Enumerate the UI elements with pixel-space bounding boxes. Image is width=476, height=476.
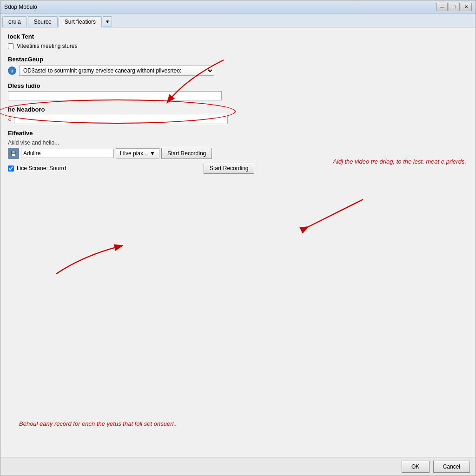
titlebar: Sdop Mobulo — □ ✕ [0, 0, 476, 13]
neadboro-icon: ○ [8, 116, 11, 123]
neadboro-label: he Neadboro [8, 106, 468, 113]
bestac-geup-dropdown-row: i OD3astel to sourminit gramy ervelse ca… [8, 66, 468, 76]
bestac-geup-section: BestacGeup i OD3astel to sourminit gramy… [8, 56, 468, 76]
arrow-to-checkbox [47, 241, 140, 278]
close-button[interactable]: ✕ [461, 3, 472, 11]
minimize-button[interactable]: — [436, 3, 448, 11]
bottom-annotation-text: Behoul eany record for encn the yetus th… [19, 419, 177, 429]
cancel-button[interactable]: Cancel [433, 461, 470, 473]
tab-source[interactable]: Source [28, 16, 58, 27]
right-annotation-text: Aidj the video tre driag, to the lest. m… [333, 158, 466, 166]
eifeative-title: Eifeative [8, 130, 468, 137]
restore-button[interactable]: □ [449, 3, 460, 11]
disk-icon: 💾 [8, 148, 19, 159]
lilve-piax-arrow: ▼ [150, 150, 155, 157]
adulire-input[interactable] [21, 149, 114, 158]
add-vise-label: Akld vise and helio... [8, 139, 468, 146]
tab-dropdown-button[interactable]: ▼ [103, 16, 112, 26]
viteetinis-label: Viteetinis meeting stures [17, 43, 78, 49]
viteetinis-checkbox[interactable] [8, 43, 14, 49]
lilve-piax-dropdown[interactable]: Lilve piax... ▼ [116, 148, 159, 159]
start-recording-button-1[interactable]: Start Recording [161, 148, 212, 159]
ok-button[interactable]: OK [402, 461, 430, 473]
neadboro-input[interactable] [14, 115, 228, 124]
titlebar-controls: — □ ✕ [436, 3, 472, 11]
main-window: Sdop Mobulo — □ ✕ eruia Source Surt fiea… [0, 0, 476, 476]
bestac-geup-title: BestacGeup [8, 56, 468, 63]
lilve-piax-label: Lilve piax... [120, 150, 148, 157]
bestac-geup-select[interactable]: OD3astel to sourminit gramy ervelse cane… [19, 66, 214, 76]
lice-scrane-label: Lice Scrane: Sourrd [17, 165, 66, 172]
dless-iudio-label: Dless Iudio [8, 82, 468, 89]
window-title: Sdop Mobulo [4, 4, 436, 10]
neadboro-section: he Neadboro ○ [8, 106, 468, 124]
dless-iudio-input[interactable] [8, 91, 222, 100]
tab-eruia[interactable]: eruia [2, 16, 27, 27]
footer: OK Cancel [0, 457, 476, 476]
start-recording-button-2[interactable]: Start Recording [204, 163, 254, 174]
main-content: lock Tent Viteetinis meeting stures Best… [0, 27, 476, 457]
tab-surt-fieatiors[interactable]: Surt fieatiors [59, 16, 102, 27]
eifeative-section: Eifeative Akld vise and helio... 💾 Lilve… [8, 130, 468, 174]
arrow-to-start-recording [279, 195, 372, 241]
neadboro-row: ○ [8, 115, 468, 124]
tabs-bar: eruia Source Surt fieatiors ▼ [0, 13, 476, 27]
block-tent-section: lock Tent Viteetinis meeting stures [8, 33, 468, 49]
block-tent-title: lock Tent [8, 33, 468, 40]
lice-scrane-checkbox[interactable] [8, 165, 14, 172]
info-icon: i [8, 66, 16, 75]
block-tent-checkbox-row: Viteetinis meeting stures [8, 43, 468, 49]
dless-iudio-section: Dless Iudio [8, 82, 468, 100]
